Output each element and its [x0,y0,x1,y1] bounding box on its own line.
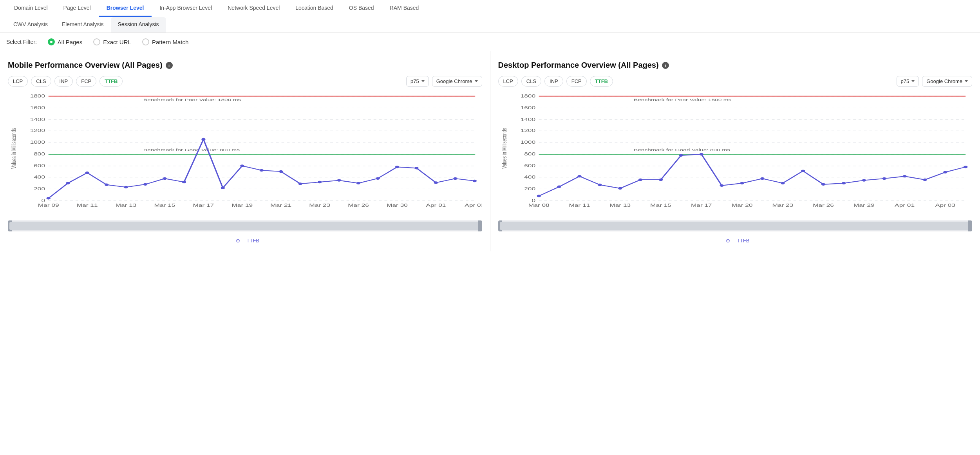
svg-point-32 [182,181,186,183]
desktop-inp-btn[interactable]: INP [544,76,563,87]
svg-point-30 [143,183,147,186]
svg-text:Mar 11: Mar 11 [77,203,98,208]
svg-point-94 [720,184,723,187]
desktop-cls-btn[interactable]: CLS [521,76,541,87]
filter-pattern-match[interactable]: Pattern Match [142,38,188,45]
desktop-scrollbar-right[interactable] [968,220,972,231]
svg-point-102 [882,177,886,180]
mobile-cls-btn[interactable]: CLS [31,76,51,87]
subtab-element-analysis[interactable]: Element Analysis [55,17,111,32]
desktop-panel-title: Desktop Performance Overview (All Pages)… [498,61,973,70]
svg-point-41 [356,182,360,184]
desktop-ttfb-btn[interactable]: TTFB [590,76,613,87]
tab-browser-level[interactable]: Browser Level [99,0,152,17]
radio-all-pages[interactable] [48,38,55,45]
svg-text:1400: 1400 [520,117,535,122]
svg-text:1200: 1200 [520,128,535,133]
svg-text:1800: 1800 [30,94,45,98]
mobile-scrollbar[interactable] [8,220,482,231]
subtab-cwv-analysis[interactable]: CWV Analysis [6,17,55,32]
filter-all-pages[interactable]: All Pages [48,38,82,45]
svg-text:1600: 1600 [520,105,535,110]
svg-text:Mar 21: Mar 21 [270,203,291,208]
mobile-scrollbar-right[interactable] [478,220,482,231]
desktop-lcp-btn[interactable]: LCP [498,76,518,87]
svg-point-88 [598,184,602,186]
svg-text:1200: 1200 [30,128,45,133]
desktop-percentile-chevron [911,80,915,82]
svg-text:400: 400 [524,175,535,179]
tab-domain-level[interactable]: Domain Level [6,0,56,17]
svg-text:Mar 09: Mar 09 [38,203,59,208]
svg-text:Mar 15: Mar 15 [650,203,671,208]
tab-ram-based[interactable]: RAM Based [382,0,427,17]
tab-location-based[interactable]: Location Based [287,0,341,17]
desktop-info-icon[interactable]: i [662,62,669,69]
svg-point-86 [557,186,561,188]
desktop-scrollbar-thumb[interactable] [500,222,971,230]
svg-text:1400: 1400 [30,117,45,122]
svg-point-25 [47,197,51,199]
svg-point-43 [395,166,399,168]
svg-point-37 [279,170,283,173]
svg-text:Mar 23: Mar 23 [309,203,330,208]
filter-all-pages-label: All Pages [58,39,82,45]
svg-point-39 [318,181,322,183]
mobile-ttfb-btn[interactable]: TTFB [99,76,123,87]
svg-point-26 [66,182,70,184]
svg-text:Mar 11: Mar 11 [569,203,590,208]
svg-text:600: 600 [34,163,45,168]
radio-pattern-match[interactable] [142,38,149,45]
mobile-inp-btn[interactable]: INP [54,76,73,87]
desktop-metric-row: LCP CLS INP FCP TTFB p75 Google Chrome [498,76,973,87]
svg-point-47 [473,180,477,182]
svg-text:Apr 01: Apr 01 [895,203,915,208]
svg-text:1800: 1800 [520,94,535,98]
desktop-panel: Desktop Performance Overview (All Pages)… [490,51,980,251]
svg-point-97 [781,182,785,184]
svg-point-42 [376,177,380,179]
svg-text:Values in Milliseconds: Values in Milliseconds [10,128,17,169]
svg-text:1600: 1600 [30,105,45,110]
svg-point-35 [240,164,244,167]
tab-network-speed[interactable]: Network Speed Level [220,0,287,17]
mobile-lcp-btn[interactable]: LCP [8,76,28,87]
filter-exact-url[interactable]: Exact URL [93,38,131,45]
mobile-browser-dropdown[interactable]: Google Chrome [432,76,482,87]
mobile-browser-chevron [475,80,478,82]
filter-exact-url-label: Exact URL [103,39,131,45]
svg-text:Apr 03: Apr 03 [465,203,482,208]
svg-point-101 [862,179,866,181]
tab-page-level[interactable]: Page Level [56,0,99,17]
mobile-scrollbar-thumb[interactable] [9,222,481,230]
svg-point-33 [201,138,205,140]
svg-point-38 [298,182,302,185]
svg-point-103 [902,175,906,177]
desktop-percentile-dropdown[interactable]: p75 [897,76,919,87]
desktop-browser-chevron [965,80,968,82]
radio-exact-url[interactable] [93,38,100,45]
tab-inapp-browser[interactable]: In-App Browser Level [152,0,220,17]
sub-tab-bar: CWV Analysis Element Analysis Session An… [0,17,980,33]
svg-text:200: 200 [524,186,535,191]
svg-text:200: 200 [34,186,45,191]
svg-text:1000: 1000 [30,140,45,145]
svg-text:Values in Milliseconds: Values in Milliseconds [500,128,508,169]
svg-point-100 [841,182,845,184]
desktop-browser-dropdown[interactable]: Google Chrome [922,76,972,87]
svg-text:Mar 29: Mar 29 [853,203,874,208]
svg-point-45 [434,181,438,184]
svg-text:800: 800 [34,152,45,156]
mobile-metric-row: LCP CLS INP FCP TTFB p75 Google Chrome [8,76,482,87]
mobile-percentile-dropdown[interactable]: p75 [406,76,429,87]
svg-point-27 [85,172,89,174]
mobile-fcp-btn[interactable]: FCP [76,76,96,87]
subtab-session-analysis[interactable]: Session Analysis [111,17,166,32]
tab-os-based[interactable]: OS Based [341,0,382,17]
desktop-fcp-btn[interactable]: FCP [566,76,587,87]
desktop-scrollbar[interactable] [498,220,973,231]
svg-text:Mar 23: Mar 23 [772,203,793,208]
svg-text:Mar 17: Mar 17 [193,203,214,208]
mobile-info-icon[interactable]: i [166,62,173,69]
filter-row: Select Filter: All Pages Exact URL Patte… [0,33,980,51]
